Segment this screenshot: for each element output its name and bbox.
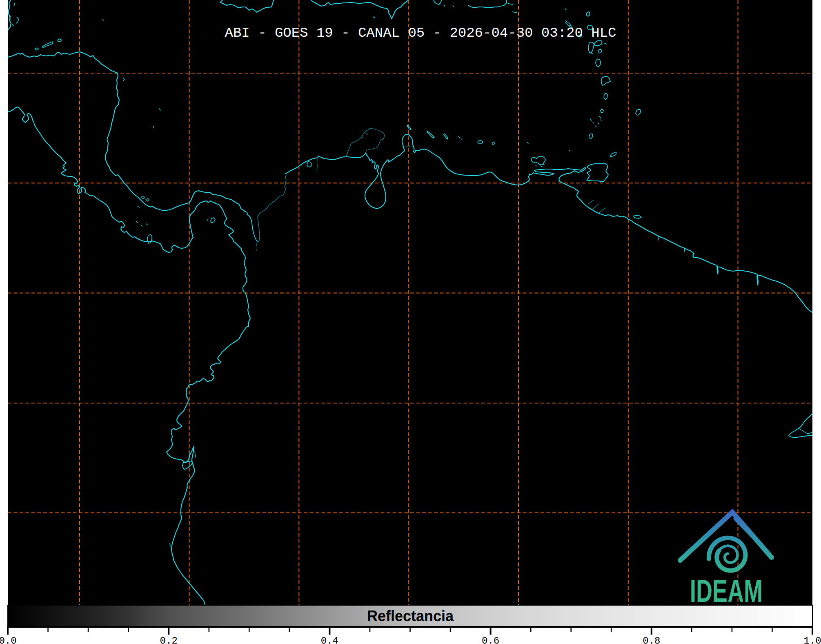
svg-text:IDEAM: IDEAM [690,573,763,608]
svg-text:0.8: 0.8 [643,635,660,644]
svg-text:ABI - GOES 19 - CANAL 05 - 202: ABI - GOES 19 - CANAL 05 - 2026-04-30 03… [225,25,616,41]
svg-text:1.0: 1.0 [803,635,821,644]
svg-text:0.0: 0.0 [0,635,17,644]
svg-text:0.2: 0.2 [160,635,178,644]
svg-text:0.4: 0.4 [321,635,338,644]
svg-text:Reflectancia: Reflectancia [367,608,454,624]
svg-text:0.6: 0.6 [482,635,499,644]
